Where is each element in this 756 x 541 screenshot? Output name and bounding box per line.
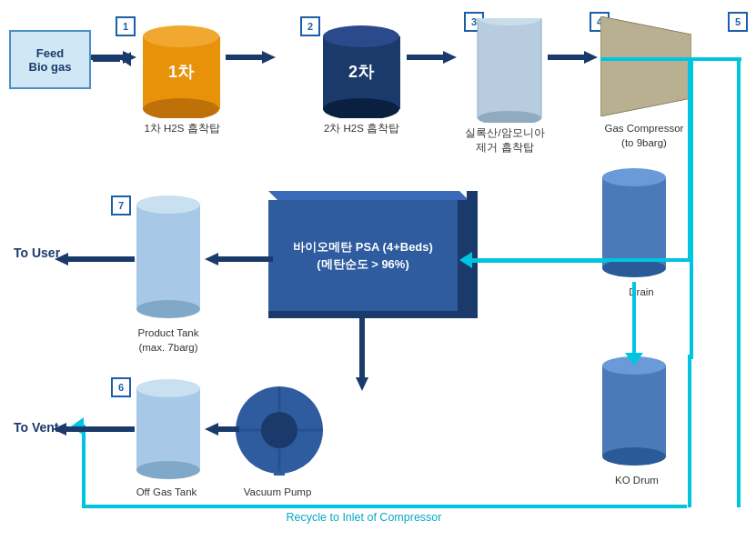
- svg-point-25: [602, 447, 666, 466]
- cyan-top-h: [600, 57, 691, 61]
- arrow-3-to-4: [548, 48, 598, 66]
- svg-marker-19: [600, 16, 691, 116]
- cyan-far-right-v: [737, 57, 741, 507]
- svg-marker-48: [53, 423, 66, 436]
- arrow-2-to-3: [407, 48, 457, 66]
- cyan-bottom-h: [82, 505, 687, 508]
- drain-cylinder: [598, 166, 670, 280]
- svg-marker-46: [205, 423, 218, 436]
- svg-rect-29: [136, 388, 200, 470]
- svg-rect-20: [602, 177, 666, 268]
- svg-point-21: [602, 168, 666, 186]
- svg-marker-13: [443, 51, 457, 64]
- tank2-label: 2차 H2S 흡착탑: [309, 121, 414, 135]
- product-tank-label: Product Tank(max. 7barg): [118, 326, 218, 355]
- cyan-drain-arrow: [625, 353, 643, 368]
- svg-point-28: [136, 300, 200, 318]
- ko-drum-label: KO Drum: [596, 473, 678, 487]
- arrow-vacuum-to-offgas: [205, 420, 239, 438]
- cyan-right-v-bottom: [688, 355, 691, 507]
- arrow-offgas-to-vent: [53, 420, 135, 438]
- svg-text:1차: 1차: [168, 63, 195, 81]
- arrow-1: [91, 48, 136, 66]
- cyan-drain-v: [632, 282, 636, 355]
- recycle-label: Recycle to Inlet of Compressor: [182, 511, 546, 524]
- cyan-h-to-psa: [470, 258, 690, 262]
- svg-point-9: [323, 25, 399, 47]
- svg-marker-37: [625, 353, 643, 366]
- feed-biogas-box: Feed Bio gas: [9, 30, 91, 89]
- arrow-product-to-user: [55, 250, 135, 268]
- psa-label: 바이오메탄 PSA (4+Beds) (메탄순도 > 96%): [293, 238, 433, 274]
- step-badge-6: 6: [111, 377, 131, 397]
- svg-marker-40: [205, 253, 218, 265]
- svg-point-30: [136, 379, 200, 397]
- tower3-label: 실록산/암모니아제거 흡착탑: [459, 125, 550, 155]
- arrow-1-to-2: [226, 48, 276, 66]
- step-badge-1: 1: [116, 16, 136, 36]
- step-badge-5: 5: [728, 12, 748, 32]
- arrow-psa-to-product: [205, 250, 273, 268]
- tank-1-cylinder: 1차: [138, 23, 225, 118]
- svg-point-22: [602, 259, 666, 277]
- product-tank-cylinder: [132, 194, 205, 321]
- offgas-tank-cylinder: [132, 377, 205, 482]
- cyan-v-right: [688, 57, 691, 262]
- cyan-top-right-h: [691, 57, 741, 61]
- vacuum-pump-circle: [234, 385, 325, 476]
- offgas-tank-label: Off Gas Tank: [121, 485, 212, 499]
- tower-3: [473, 18, 546, 123]
- process-flow-diagram: Feed Bio gas 1 1차 1차 H2S 흡착탑 2: [0, 0, 756, 541]
- svg-point-27: [136, 195, 200, 214]
- gas-compressor: [600, 16, 691, 116]
- step-badge-2: 2: [300, 16, 320, 36]
- svg-marker-42: [55, 253, 68, 265]
- to-user-label: To User: [14, 245, 60, 260]
- cyan-corner: [82, 502, 85, 506]
- tank-2-cylinder: 2차: [318, 23, 405, 118]
- svg-rect-14: [478, 18, 541, 118]
- vacuum-pump-label: Vacuum Pump: [223, 485, 332, 499]
- svg-rect-26: [136, 205, 200, 309]
- svg-rect-23: [602, 366, 666, 456]
- compressor-label: Gas Compressor(to 9barg): [590, 121, 699, 150]
- tank1-label: 1차 H2S 흡착탑: [132, 121, 232, 135]
- svg-marker-44: [356, 377, 368, 391]
- ko-drum-cylinder: [598, 355, 670, 468]
- svg-rect-36: [274, 471, 285, 476]
- svg-marker-1: [123, 51, 136, 64]
- svg-marker-7: [262, 51, 276, 64]
- arrow-psa-down-left: [353, 318, 371, 391]
- svg-text:2차: 2차: [348, 63, 375, 81]
- svg-point-31: [136, 461, 200, 479]
- svg-point-3: [143, 25, 219, 47]
- psa-box: 바이오메탄 PSA (4+Beds) (메탄순도 > 96%): [268, 200, 469, 318]
- feed-biogas-label: Feed Bio gas: [29, 46, 72, 74]
- step-badge-7: 7: [111, 195, 131, 215]
- drain-label: Drain: [605, 285, 678, 299]
- svg-marker-18: [584, 51, 598, 64]
